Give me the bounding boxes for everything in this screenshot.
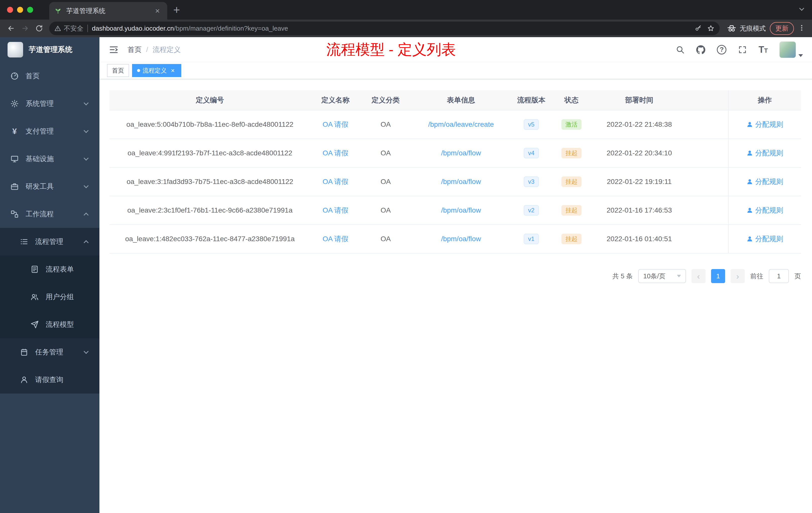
form-link[interactable]: /bpm/oa/flow [441,149,481,157]
definition-name-link[interactable]: OA 请假 [323,148,348,158]
sidebar-item-label: 工作流程 [26,209,54,219]
goto-label: 前往 [750,272,763,280]
search-icon[interactable] [676,45,685,54]
next-page-button[interactable]: › [731,269,745,283]
column-header-version: 流程版本 [511,90,551,110]
tag-close-icon[interactable]: × [169,67,176,74]
form-link[interactable]: /bpm/oa/flow [441,178,481,186]
chevron-down-icon [84,100,89,105]
status-badge: 挂起 [561,205,581,216]
update-button[interactable]: 更新 [770,22,794,35]
column-header-spacer [687,90,728,110]
new-tab-button[interactable]: + [173,4,180,16]
column-header-name: 定义名称 [310,90,360,110]
forward-button[interactable] [18,21,32,35]
tab-title: 芋道管理系统 [66,6,148,15]
send-icon [30,320,39,329]
sidebar-item-6[interactable]: 流程管理 [0,228,99,255]
sidebar-item-8[interactable]: 用户分组 [0,283,99,311]
sidebar-item-10[interactable]: 任务管理 [0,338,99,366]
version-badge: v5 [524,119,539,130]
user-icon [747,178,753,185]
goto-page-input[interactable] [769,269,789,283]
tag-current[interactable]: 流程定义 × [132,64,181,77]
sidebar-item-label: 系统管理 [26,99,54,109]
column-header-form: 表单信息 [411,90,511,110]
security-label: 不安全 [64,24,83,33]
definition-category: OA [381,178,391,186]
page-1-button[interactable]: 1 [711,269,725,283]
minimize-window-button[interactable] [17,7,23,13]
sidebar-item-label: 流程模型 [46,320,74,329]
form-link[interactable]: /bpm/oa/flow [441,235,481,243]
definition-category: OA [381,149,391,157]
chevron-down-icon [84,349,89,354]
github-icon[interactable] [696,45,705,54]
definition-id: oa_leave:5:004b710b-7b8a-11ec-8ef0-acde4… [126,120,293,128]
sidebar-item-label: 首页 [26,71,40,81]
form-link[interactable]: /bpm/oa/leave/create [428,120,494,128]
help-icon[interactable]: ? [717,45,726,55]
definition-name-link[interactable]: OA 请假 [323,206,348,215]
page-size-select[interactable]: 10条/页 [638,269,686,283]
assign-rule-link[interactable]: 分配规则 [747,120,783,129]
definition-category: OA [381,120,391,128]
breadcrumb-home[interactable]: 首页 [127,45,142,55]
back-button[interactable] [4,21,18,35]
prev-page-button[interactable]: ‹ [692,269,705,283]
tag-home[interactable]: 首页 [107,64,129,77]
sidebar-item-5[interactable]: 工作流程 [0,200,99,228]
browser-tab[interactable]: 芋道管理系统 × [49,2,167,20]
sidebar-item-7[interactable]: 流程表单 [0,255,99,283]
urlbar-actions [695,25,715,32]
password-key-icon[interactable] [695,25,702,32]
address-bar[interactable]: 不安全 dashboard.yudao.iocoder.cn/bpm/manag… [49,22,720,35]
tab-close-icon[interactable]: × [153,6,162,16]
version-badge: v4 [524,148,539,159]
security-indicator[interactable]: 不安全 [54,24,83,33]
chevron-down-icon [84,128,89,133]
sidebar-item-0[interactable]: 首页 [0,62,99,90]
zoom-window-button[interactable] [27,7,33,13]
definition-name-link[interactable]: OA 请假 [323,234,348,244]
assign-rule-link[interactable]: 分配规则 [747,148,783,158]
bookmark-star-icon[interactable] [707,25,715,32]
table-row: oa_leave:2:3c1f0ef1-76b1-11ec-9c66-a2380… [110,196,801,225]
sidebar-item-label: 流程管理 [35,237,63,246]
user-icon [747,236,753,242]
status-badge: 挂起 [561,234,581,244]
sidebar-item-1[interactable]: 系统管理 [0,90,99,117]
breadcrumb-current: 流程定义 [153,45,181,55]
sidebar-logo[interactable]: 芋道管理系统 [0,37,99,62]
form-link[interactable]: /bpm/oa/flow [441,206,481,214]
user-avatar[interactable] [779,41,803,58]
sidebar-item-11[interactable]: 请假查询 [0,366,99,394]
close-window-button[interactable] [7,7,13,13]
fullscreen-icon[interactable] [738,45,747,54]
user-icon [747,150,753,156]
window-controls [0,7,38,13]
column-header-actions: 操作 [728,90,801,110]
page-unit-label: 页 [794,272,801,280]
breadcrumb: 首页 / 流程定义 [127,45,181,55]
sidebar-toggle-icon[interactable] [109,44,119,55]
sidebar-item-2[interactable]: ¥支付管理 [0,117,99,145]
definition-name-link[interactable]: OA 请假 [323,177,348,186]
deploy-time: 2022-01-22 21:48:38 [607,120,672,128]
monitor-icon [10,154,19,163]
assign-rule-link[interactable]: 分配规则 [747,234,783,244]
font-size-icon[interactable]: TT [758,45,768,54]
chevron-down-icon [677,275,681,277]
assign-rule-link[interactable]: 分配规则 [747,206,783,215]
tab-search-chevron-icon[interactable] [799,6,804,11]
definition-name-link[interactable]: OA 请假 [323,120,348,129]
sidebar-item-3[interactable]: 基础设施 [0,145,99,173]
sidebar-item-4[interactable]: 研发工具 [0,173,99,200]
assign-rule-link[interactable]: 分配规则 [747,177,783,186]
browser-window: 芋道管理系统 × + 不安全 dashboard.yudao.iocoder.c… [0,0,812,513]
chevron-up-icon [84,213,89,218]
browser-menu-icon[interactable] [798,24,806,33]
workflow-icon [10,210,19,219]
reload-button[interactable] [32,21,46,35]
sidebar-item-9[interactable]: 流程模型 [0,311,99,338]
